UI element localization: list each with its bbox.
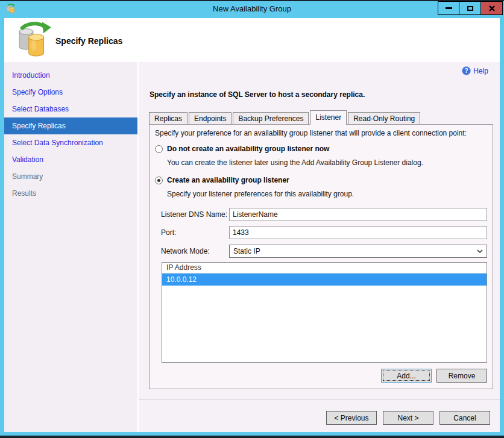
titlebar[interactable]: New Availability Group bbox=[0, 1, 504, 18]
sidebar-item-specify-replicas[interactable]: Specify Replicas bbox=[4, 117, 137, 134]
maximize-button[interactable] bbox=[459, 1, 481, 15]
network-mode-select[interactable]: Static IP bbox=[229, 245, 487, 258]
sidebar-item-select-databases[interactable]: Select Databases bbox=[4, 101, 137, 117]
option-no-listener-description: You can create the listener later using … bbox=[167, 158, 423, 167]
window-controls bbox=[438, 1, 503, 15]
option-create-listener-label: Create an availability group listener bbox=[167, 176, 289, 184]
sidebar-item-introduction[interactable]: Introduction bbox=[4, 67, 137, 84]
option-no-listener[interactable]: Do not create an availability group list… bbox=[155, 145, 329, 153]
sidebar-item-summary: Summary bbox=[4, 168, 137, 185]
replicas-database-icon bbox=[17, 22, 52, 58]
minimize-icon bbox=[446, 7, 452, 9]
maximize-icon bbox=[467, 6, 473, 11]
ip-address-row[interactable]: 10.0.0.12 bbox=[162, 274, 487, 286]
dns-name-label: Listener DNS Name: bbox=[161, 210, 227, 219]
radio-selected-icon[interactable] bbox=[155, 177, 163, 184]
radio-unselected-icon[interactable] bbox=[155, 145, 163, 153]
tab-listener[interactable]: Listener bbox=[310, 110, 347, 125]
listener-tab-panel: Specify your preference for an availabil… bbox=[149, 124, 493, 389]
network-mode-value: Static IP bbox=[233, 247, 260, 255]
wizard-header: Specify Replicas bbox=[4, 18, 500, 62]
remove-button[interactable]: Remove bbox=[436, 369, 487, 383]
add-button[interactable]: Add... bbox=[381, 369, 432, 383]
minimize-button[interactable] bbox=[438, 1, 459, 15]
help-link[interactable]: ? Help bbox=[462, 66, 488, 75]
window-bottom-edge bbox=[0, 436, 504, 438]
sidebar-item-validation[interactable]: Validation bbox=[4, 151, 137, 168]
tab-read-only-routing[interactable]: Read-Only Routing bbox=[348, 112, 420, 125]
page-title: Specify Replicas bbox=[55, 36, 122, 46]
wizard-steps-sidebar: Introduction Specify Options Select Data… bbox=[4, 62, 137, 432]
ip-address-list: IP Address 10.0.0.12 bbox=[162, 262, 487, 363]
option-create-listener-description: Specify your listener preferences for th… bbox=[167, 190, 354, 198]
svg-text:?: ? bbox=[465, 67, 468, 74]
port-label: Port: bbox=[161, 228, 176, 237]
cancel-button[interactable]: Cancel bbox=[439, 411, 490, 425]
tab-endpoints[interactable]: Endpoints bbox=[189, 112, 232, 125]
wizard-content: ? Help Specify an instance of SQL Server… bbox=[139, 62, 500, 432]
chevron-down-icon bbox=[477, 249, 483, 253]
help-label: Help bbox=[473, 67, 488, 75]
option-create-listener[interactable]: Create an availability group listener bbox=[155, 176, 289, 184]
footer-divider bbox=[139, 399, 500, 400]
sidebar-item-specify-options[interactable]: Specify Options bbox=[4, 84, 137, 101]
close-button[interactable] bbox=[481, 1, 503, 15]
port-input[interactable] bbox=[229, 226, 487, 239]
tab-replicas[interactable]: Replicas bbox=[149, 112, 187, 125]
previous-button[interactable]: < Previous bbox=[326, 411, 377, 425]
instruction-text: Specify an instance of SQL Server to hos… bbox=[150, 90, 365, 99]
tab-backup-preferences[interactable]: Backup Preferences bbox=[233, 112, 309, 125]
sidebar-item-results: Results bbox=[4, 185, 137, 202]
close-icon bbox=[488, 5, 496, 12]
wizard-body: Introduction Specify Options Select Data… bbox=[4, 62, 500, 432]
dns-name-input[interactable] bbox=[229, 208, 487, 221]
help-icon: ? bbox=[462, 66, 471, 75]
option-no-listener-label: Do not create an availability group list… bbox=[167, 145, 329, 153]
listener-intro-text: Specify your preference for an availabil… bbox=[155, 129, 467, 137]
ip-address-column-header: IP Address bbox=[162, 263, 487, 274]
next-button[interactable]: Next > bbox=[383, 411, 433, 425]
new-availability-group-window: New Availability Group Specify R bbox=[0, 0, 504, 438]
window-title: New Availability Group bbox=[0, 4, 504, 13]
sidebar-item-select-data-synchronization[interactable]: Select Data Synchronization bbox=[4, 134, 137, 151]
network-mode-label: Network Mode: bbox=[161, 247, 210, 255]
replica-tabs: Replicas Endpoints Backup Preferences Li… bbox=[149, 110, 421, 125]
